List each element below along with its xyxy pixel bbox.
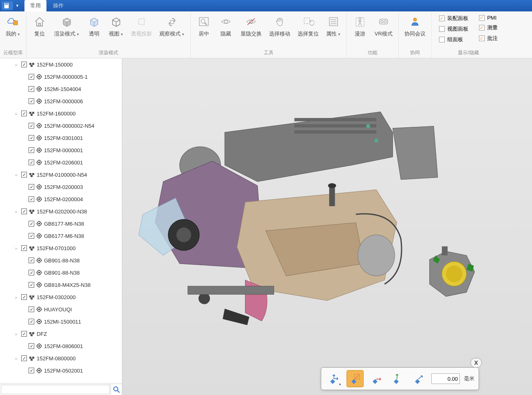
tab-common[interactable]: 常用 <box>24 0 46 11</box>
tree-node[interactable]: ✓GB818-M4X25-N38 <box>0 279 122 291</box>
tree-node[interactable]: ✓HUAYOUQI <box>0 303 122 315</box>
tree-node[interactable]: ✓152FM-0206001 <box>0 156 122 169</box>
visibility-checkbox[interactable]: ✓ <box>29 86 34 92</box>
visibility-checkbox[interactable]: ✓ <box>29 98 34 104</box>
expand-icon[interactable]: ▹ <box>15 332 21 336</box>
expand-icon[interactable]: ▹ <box>15 356 21 361</box>
tab-operations[interactable]: 操作 <box>47 0 69 11</box>
3d-viewport[interactable]: X ▼ 毫米 <box>122 58 532 395</box>
select-move-button[interactable]: 选择移动 <box>267 13 293 39</box>
tree-node[interactable]: ✓152FM-0200004 <box>0 193 122 205</box>
expand-icon[interactable]: ▹ <box>15 295 21 300</box>
visibility-checkbox[interactable]: ✓ <box>29 257 34 263</box>
observe-mode-button[interactable]: 观察模式▼ <box>157 13 187 39</box>
search-input[interactable] <box>1 385 110 394</box>
expand-icon[interactable]: ▹ <box>15 209 21 214</box>
cloud-my-button[interactable]: 我的▼ <box>3 13 23 39</box>
visibility-checkbox[interactable]: ✓ <box>29 160 34 165</box>
visibility-checkbox[interactable]: ✓ <box>29 196 34 202</box>
tree-node[interactable]: ✓152MI-1500011 <box>0 315 122 328</box>
tree-node[interactable]: ▹✓152FM-0100000-N54 <box>0 169 122 181</box>
expand-icon[interactable]: ▹ <box>15 62 21 67</box>
hide-button[interactable]: 隐藏 <box>216 13 236 39</box>
visibility-checkbox[interactable]: ✓ <box>21 172 27 178</box>
checkbox-PMI[interactable]: ✓PMI <box>479 15 498 21</box>
move-free-button[interactable]: ▼ <box>325 370 342 387</box>
view-button[interactable]: 视图▼ <box>106 13 126 39</box>
reset-view-button[interactable]: 复位 <box>30 13 49 39</box>
checkbox-测量[interactable]: ✓测量 <box>479 24 498 31</box>
visibility-checkbox[interactable]: ✓ <box>29 147 34 153</box>
checkbox-视图面板[interactable]: 视图面板 <box>439 25 468 33</box>
vr-mode-button[interactable]: VR模式 <box>372 13 395 39</box>
tree-node[interactable]: ✓152FM-0502001 <box>0 364 122 377</box>
visibility-checkbox[interactable]: ✓ <box>29 184 34 190</box>
checkbox-装配面板[interactable]: ✓装配面板 <box>439 15 468 22</box>
visibility-checkbox[interactable]: ✓ <box>29 319 34 324</box>
hand-icon <box>273 15 287 29</box>
perspective-button[interactable]: 透视投影 <box>128 13 155 39</box>
scale-button[interactable] <box>347 370 364 387</box>
tree-node[interactable]: ▹✓152FM-0202000-N38 <box>0 205 122 217</box>
tree-node[interactable]: ▹✓152FM-1600000 <box>0 107 122 120</box>
visibility-checkbox[interactable]: ✓ <box>21 209 27 214</box>
tree-node[interactable]: ✓152FM-0000001 <box>0 144 122 156</box>
center-button[interactable]: 居中 <box>194 13 214 39</box>
collab-meeting-button[interactable]: 协同会议 <box>402 13 428 39</box>
tree-node[interactable]: ✓GB901-88-N38 <box>0 254 122 266</box>
toggle-visibility-button[interactable]: 显隐交换 <box>238 13 264 39</box>
visibility-checkbox[interactable]: ✓ <box>29 135 34 141</box>
part-icon <box>36 306 42 313</box>
tree-node[interactable]: ▹✓DFZ <box>0 328 122 340</box>
app-menu-button[interactable] <box>2 1 13 10</box>
tree-scroll[interactable]: ▹✓152FM-150000✓152FM-0000005-1✓152MI-150… <box>0 58 122 384</box>
expand-icon[interactable]: ▹ <box>15 173 21 177</box>
tree-node[interactable]: ▹✓152FM-0800000 <box>0 352 122 364</box>
visibility-checkbox[interactable]: ✓ <box>29 270 34 275</box>
render-mode-button[interactable]: 渲染模式▼ <box>52 13 82 39</box>
tree-node[interactable]: ✓GB6177-M6-N38 <box>0 217 122 230</box>
tree-node[interactable]: ▹✓152FM-0302000 <box>0 291 122 303</box>
checkbox-批注[interactable]: ✓批注 <box>479 35 498 42</box>
visibility-checkbox[interactable]: ✓ <box>21 62 27 67</box>
tree-node[interactable]: ✓GB901-88-N38 <box>0 266 122 279</box>
visibility-checkbox[interactable]: ✓ <box>29 74 34 80</box>
tree-node[interactable]: ✓152FM-0806001 <box>0 340 122 352</box>
visibility-checkbox[interactable]: ✓ <box>21 331 27 337</box>
move-z-button[interactable] <box>410 370 427 387</box>
quick-access-dropdown[interactable]: ▼ <box>15 4 20 8</box>
visibility-checkbox[interactable]: ✓ <box>29 221 34 226</box>
search-button[interactable] <box>110 384 122 395</box>
svg-rect-22 <box>32 63 34 65</box>
select-reset-button[interactable]: 选择复位 <box>295 13 321 39</box>
visibility-checkbox[interactable]: ✓ <box>29 306 34 312</box>
visibility-checkbox[interactable]: ✓ <box>21 355 27 361</box>
move-y-button[interactable] <box>389 370 406 387</box>
properties-button[interactable]: 属性▼ <box>324 13 343 39</box>
toolbar-close-button[interactable]: X <box>470 358 482 368</box>
visibility-checkbox[interactable]: ✓ <box>21 111 27 116</box>
tree-node[interactable]: ▹✓152FM-150000 <box>0 58 122 71</box>
tree-node[interactable]: ✓152FM-0301001 <box>0 132 122 144</box>
tree-node[interactable]: ✓152FM-0000006 <box>0 95 122 107</box>
tree-node[interactable]: ✓152FM-0000002-N54 <box>0 120 122 132</box>
tree-node[interactable]: ✓152FM-0000005-1 <box>0 71 122 83</box>
tree-node[interactable]: ✓152FM-0200003 <box>0 181 122 193</box>
visibility-checkbox[interactable]: ✓ <box>29 368 34 373</box>
visibility-checkbox[interactable]: ✓ <box>29 343 34 349</box>
visibility-checkbox[interactable]: ✓ <box>29 282 34 288</box>
visibility-checkbox[interactable]: ✓ <box>21 245 27 251</box>
tree-node[interactable]: ✓GB6177-M6-N38 <box>0 230 122 242</box>
tree-node[interactable]: ▹✓152FM-0701000 <box>0 242 122 254</box>
visibility-checkbox[interactable]: ✓ <box>29 233 34 239</box>
walk-button[interactable]: 漫游 <box>350 13 370 39</box>
expand-icon[interactable]: ▹ <box>15 111 21 116</box>
expand-icon[interactable]: ▹ <box>15 246 21 251</box>
distance-input[interactable] <box>431 373 460 384</box>
visibility-checkbox[interactable]: ✓ <box>21 294 27 300</box>
checkbox-组面板[interactable]: 组面板 <box>439 36 468 43</box>
move-x-button[interactable] <box>368 370 385 387</box>
transparent-button[interactable]: 透明 <box>84 13 104 39</box>
tree-node[interactable]: ✓152MI-1504004 <box>0 83 122 95</box>
visibility-checkbox[interactable]: ✓ <box>29 123 34 129</box>
